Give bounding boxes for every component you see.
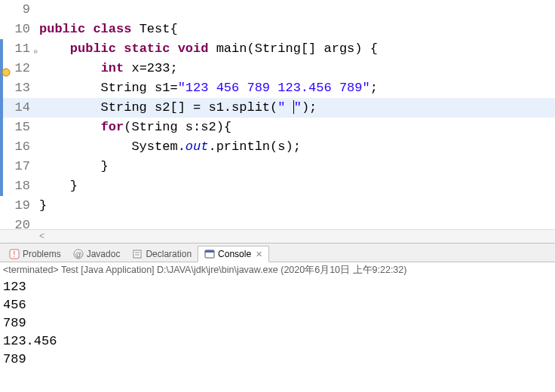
- console-line: 123.456: [3, 332, 552, 351]
- code-line[interactable]: 10public class Test{: [0, 20, 555, 39]
- tab-label: Javadoc: [87, 249, 121, 259]
- svg-text:@: @: [75, 251, 81, 259]
- code-line[interactable]: 16 System.out.println(s);: [0, 137, 555, 157]
- gutter-line-number[interactable]: 13: [0, 78, 36, 98]
- code-content[interactable]: public static void main(String[] args) {: [36, 39, 378, 59]
- tab-label: Console: [218, 249, 251, 259]
- code-content[interactable]: System.out.println(s);: [36, 137, 301, 157]
- gutter-line-number[interactable]: 14: [0, 98, 36, 118]
- code-content[interactable]: }: [36, 157, 109, 176]
- change-marker: [0, 176, 3, 196]
- svg-point-0: [2, 69, 10, 76]
- console-line: 456: [3, 296, 552, 314]
- code-line[interactable]: 18 }: [0, 176, 555, 196]
- code-content[interactable]: [36, 216, 39, 229]
- change-marker: [0, 118, 3, 137]
- close-icon[interactable]: ✕: [256, 250, 262, 259]
- change-marker: [0, 39, 3, 59]
- declaration-icon: [132, 249, 143, 259]
- change-marker: [0, 157, 3, 176]
- code-content[interactable]: }: [36, 196, 47, 216]
- tab-javadoc[interactable]: @Javadoc: [67, 247, 127, 262]
- code-line[interactable]: 13 String s1="123 456 789 123.456 789";: [0, 78, 555, 98]
- code-content[interactable]: String s2[] = s1.split(" ");: [36, 98, 317, 118]
- code-line[interactable]: 19}: [0, 196, 555, 216]
- gutter-line-number[interactable]: 19: [0, 196, 36, 216]
- console-line: 789: [3, 351, 552, 369]
- svg-rect-5: [133, 250, 141, 258]
- gutter-line-number[interactable]: 11⊖: [0, 39, 36, 59]
- code-content[interactable]: int x=233;: [36, 59, 178, 78]
- gutter-line-number[interactable]: 20: [0, 216, 36, 229]
- gutter-line-number[interactable]: 17: [0, 157, 36, 176]
- console-output[interactable]: 123456789123.456789: [0, 278, 555, 369]
- tab-console[interactable]: Console✕: [198, 246, 269, 262]
- code-editor[interactable]: 910public class Test{11⊖ public static v…: [0, 0, 555, 229]
- svg-text:!: !: [14, 250, 16, 259]
- gutter-line-number[interactable]: 10: [0, 20, 36, 39]
- gutter-line-number[interactable]: 9: [0, 0, 36, 20]
- tab-label: Declaration: [146, 249, 192, 259]
- problems-icon: !: [9, 249, 20, 259]
- code-line[interactable]: 9: [0, 0, 555, 20]
- console-launch-info: <terminated> Test [Java Application] D:\…: [0, 262, 555, 278]
- views-tab-bar: !Problems@JavadocDeclarationConsole✕: [0, 243, 555, 262]
- change-marker: [0, 98, 3, 118]
- console-line: 789: [3, 314, 552, 332]
- change-marker: [0, 78, 3, 98]
- code-line[interactable]: 20: [0, 216, 555, 229]
- console-line: 123: [3, 278, 552, 296]
- gutter-line-number[interactable]: 16: [0, 137, 36, 157]
- code-line[interactable]: 15 for(String s:s2){: [0, 118, 555, 137]
- horizontal-scrollbar[interactable]: <: [0, 229, 555, 243]
- change-marker: [0, 137, 3, 157]
- code-content[interactable]: [36, 0, 39, 20]
- code-content[interactable]: }: [36, 176, 78, 196]
- warning-icon[interactable]: [2, 64, 11, 73]
- code-content[interactable]: for(String s:s2){: [36, 118, 232, 137]
- code-content[interactable]: public class Test{: [36, 20, 178, 39]
- tab-problems[interactable]: !Problems: [3, 247, 67, 262]
- code-line[interactable]: 17 }: [0, 157, 555, 176]
- scroll-left-icon[interactable]: <: [36, 231, 48, 242]
- svg-rect-9: [205, 250, 214, 253]
- code-content[interactable]: String s1="123 456 789 123.456 789";: [36, 78, 378, 98]
- gutter-line-number[interactable]: 15: [0, 118, 36, 137]
- tab-label: Problems: [23, 249, 61, 259]
- code-line[interactable]: 11⊖ public static void main(String[] arg…: [0, 39, 555, 59]
- code-line[interactable]: 14 String s2[] = s1.split(" ");: [0, 98, 555, 118]
- javadoc-icon: @: [73, 249, 84, 259]
- tab-decl[interactable]: Declaration: [126, 247, 198, 262]
- gutter-line-number[interactable]: 12: [0, 59, 36, 78]
- console-icon: [204, 249, 215, 259]
- gutter-line-number[interactable]: 18: [0, 176, 36, 196]
- code-line[interactable]: 12 int x=233;: [0, 59, 555, 78]
